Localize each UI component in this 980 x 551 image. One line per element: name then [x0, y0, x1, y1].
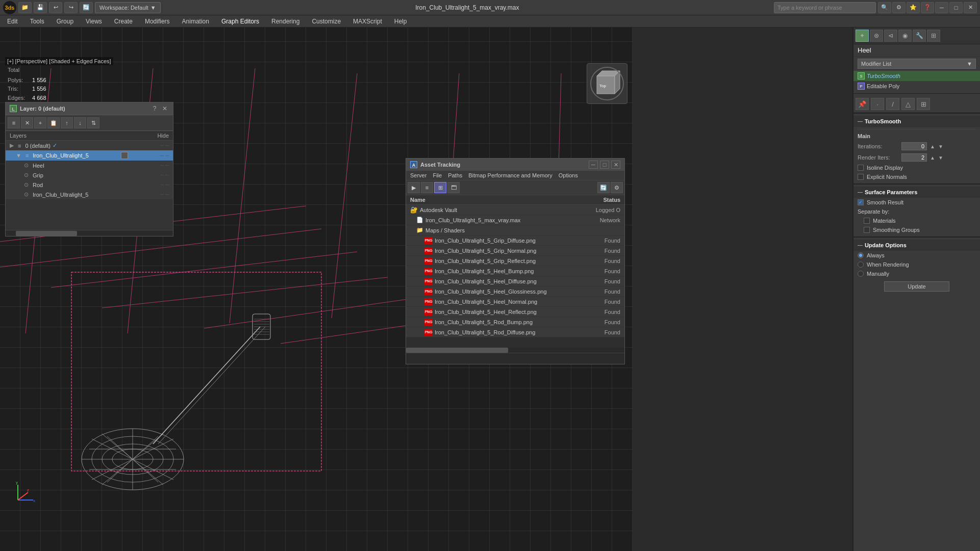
- list-item[interactable]: 🔐 Autodesk Vault Logged O: [406, 205, 624, 215]
- undo-button[interactable]: ↩: [49, 2, 62, 13]
- app-logo[interactable]: 3ds: [3, 1, 16, 14]
- layer-tb-move-down[interactable]: ↓: [74, 117, 86, 128]
- rp-pin-icon[interactable]: 📌: [856, 98, 869, 110]
- minimize-button[interactable]: ─: [935, 2, 948, 13]
- menu-edit[interactable]: Edit: [5, 17, 20, 26]
- rp-icon-utilities[interactable]: 🔧: [913, 30, 926, 42]
- asset-scrollbar-thumb[interactable]: [406, 348, 508, 353]
- asset-tb-settings[interactable]: ⚙: [611, 182, 623, 193]
- asset-menu-options[interactable]: Options: [559, 172, 578, 178]
- asset-close-button[interactable]: ✕: [611, 161, 620, 169]
- menu-modifiers[interactable]: Modifiers: [143, 17, 172, 26]
- layer-tb-move-up[interactable]: ↑: [61, 117, 73, 128]
- asset-menu-bitmap[interactable]: Bitmap Performance and Memory: [468, 172, 552, 178]
- list-item[interactable]: ⊙ Heel ─ ─: [6, 161, 173, 170]
- list-item[interactable]: PNG Iron_Club_Ultralight_5_Grip_Normal.p…: [406, 246, 624, 256]
- rp-face-icon[interactable]: △: [901, 98, 915, 110]
- help-icon-btn[interactable]: ❓: [921, 2, 934, 13]
- list-item[interactable]: PNG Iron_Club_Ultralight_5_Heel_Diffuse.…: [406, 276, 624, 286]
- smooth-result-checkbox[interactable]: ✓: [858, 199, 864, 205]
- menu-graph-editors[interactable]: Graph Editors: [219, 17, 261, 26]
- list-item[interactable]: PNG Iron_Club_Ultralight_5_Rod_Bump.png …: [406, 317, 624, 327]
- layer-tb-list[interactable]: ≡: [8, 117, 20, 128]
- list-item[interactable]: 📄 Iron_Club_Ultralight_5_max_vray.max Ne…: [406, 215, 624, 225]
- rp-icon-hierarchy[interactable]: ⊛: [870, 30, 883, 42]
- update-button[interactable]: Update: [884, 281, 949, 292]
- menu-rendering[interactable]: Rendering: [269, 17, 301, 26]
- menu-customize[interactable]: Customize: [310, 17, 343, 26]
- list-item[interactable]: ▼ ≡ Iron_Club_Ultralight_5 ─ ─: [6, 150, 173, 161]
- asset-tb-refresh[interactable]: 🔄: [597, 182, 610, 193]
- open-button[interactable]: 📁: [18, 2, 32, 13]
- asset-minimize-button[interactable]: ─: [589, 161, 598, 169]
- settings-icon-btn[interactable]: ⚙: [892, 2, 906, 13]
- list-item[interactable]: PNG Iron_Club_Ultralight_5_Heel_Glossine…: [406, 286, 624, 297]
- menu-group[interactable]: Group: [55, 17, 76, 26]
- workspace-selector[interactable]: Workspace: Default ▼: [95, 2, 161, 13]
- layer-tb-delete[interactable]: ✕: [21, 117, 33, 128]
- rp-icon-modify[interactable]: ✦: [856, 30, 869, 42]
- bookmark-icon-btn[interactable]: ⭐: [907, 2, 920, 13]
- list-item[interactable]: ⊙ Iron_Club_Ultralight_5 ─ ─: [6, 190, 173, 199]
- rp-vertex-icon[interactable]: ·: [871, 98, 884, 110]
- layer-help-button[interactable]: ?: [150, 104, 159, 113]
- refresh-button[interactable]: 🔄: [80, 2, 93, 13]
- rp-icon-extra[interactable]: ⊞: [927, 30, 940, 42]
- rp-edge-icon[interactable]: /: [886, 98, 899, 110]
- list-item[interactable]: PNG Iron_Club_Ultralight_5_Grip_Diffuse.…: [406, 235, 624, 246]
- modifier-item-editable-poly[interactable]: P Editable Poly: [853, 81, 980, 91]
- list-item[interactable]: PNG Iron_Club_Ultralight_5_Heel_Reflect.…: [406, 307, 624, 317]
- rp-copy-icon[interactable]: ⊞: [917, 98, 930, 110]
- asset-tb-grid[interactable]: ⊞: [434, 182, 446, 193]
- asset-tb-play[interactable]: ▶: [408, 182, 420, 193]
- list-item[interactable]: PNG Iron_Club_Ultralight_5_Heel_Bump.png…: [406, 266, 624, 276]
- maximize-button[interactable]: □: [949, 2, 963, 13]
- rp-icon-display[interactable]: ◉: [898, 30, 912, 42]
- isoline-checkbox[interactable]: [858, 165, 864, 171]
- smoothing-groups-checkbox[interactable]: [864, 227, 870, 233]
- modifier-list-dropdown[interactable]: Modifier List ▼: [858, 59, 976, 69]
- menu-tools[interactable]: Tools: [28, 17, 46, 26]
- update-manually-radio[interactable]: [858, 271, 864, 277]
- asset-tb-list[interactable]: ≡: [421, 182, 433, 193]
- search-icon-btn[interactable]: 🔍: [878, 2, 891, 13]
- layer-close-button[interactable]: ✕: [161, 104, 169, 113]
- modifier-item-turbosmooth[interactable]: S TurboSmooth: [853, 71, 980, 81]
- layer-visibility-box[interactable]: [121, 152, 128, 159]
- explicit-normals-checkbox[interactable]: [858, 174, 864, 180]
- layer-tb-copy[interactable]: 📋: [47, 117, 60, 128]
- list-item[interactable]: PNG Iron_Club_Ultralight_5_Rod_Diffuse.p…: [406, 327, 624, 337]
- list-item[interactable]: PNG Iron_Club_Ultralight_5_Grip_Reflect.…: [406, 256, 624, 266]
- menu-maxscript[interactable]: MAXScript: [351, 17, 384, 26]
- menu-animation[interactable]: Animation: [180, 17, 211, 26]
- asset-menu-server[interactable]: Server: [410, 172, 426, 178]
- asset-menu-file[interactable]: File: [433, 172, 442, 178]
- menu-create[interactable]: Create: [112, 17, 135, 26]
- iterations-spinner-down[interactable]: ▼: [938, 144, 943, 149]
- navigation-cube[interactable]: Top: [587, 63, 627, 104]
- save-button[interactable]: 💾: [34, 2, 47, 13]
- viewport-label[interactable]: [+] [Perspective] [Shaded + Edged Faces]: [5, 57, 113, 65]
- list-item[interactable]: PNG Iron_Club_Ultralight_5_Heel_Normal.p…: [406, 297, 624, 307]
- redo-button[interactable]: ↪: [64, 2, 78, 13]
- asset-maximize-button[interactable]: □: [600, 161, 609, 169]
- menu-help[interactable]: Help: [392, 17, 409, 26]
- search-box[interactable]: Type a keyword or phrase: [774, 2, 876, 13]
- render-iters-input[interactable]: [901, 153, 927, 162]
- asset-horizontal-scrollbar[interactable]: [406, 348, 624, 353]
- layer-scrollbar[interactable]: [6, 230, 173, 236]
- render-iters-spinner-down[interactable]: ▼: [938, 155, 943, 161]
- layer-tb-sort[interactable]: ⇅: [87, 117, 99, 128]
- list-item[interactable]: ⊙ Rod ─ ─: [6, 180, 173, 190]
- list-item[interactable]: ▶ ≡ 0 (default) ✓ ─ ─: [6, 141, 173, 150]
- update-options-header[interactable]: ─ Update Options: [853, 240, 980, 251]
- iterations-spinner-up[interactable]: ▲: [930, 144, 935, 149]
- close-button[interactable]: ✕: [964, 2, 977, 13]
- materials-checkbox[interactable]: [864, 218, 870, 224]
- render-iters-spinner-up[interactable]: ▲: [930, 155, 935, 161]
- list-item[interactable]: 📁 Maps / Shaders: [406, 225, 624, 235]
- update-always-radio[interactable]: [858, 252, 864, 258]
- menu-views[interactable]: Views: [84, 17, 104, 26]
- rp-icon-motion[interactable]: ⊲: [884, 30, 897, 42]
- turbosmooth-section-header[interactable]: ─ TurboSmooth: [853, 116, 980, 127]
